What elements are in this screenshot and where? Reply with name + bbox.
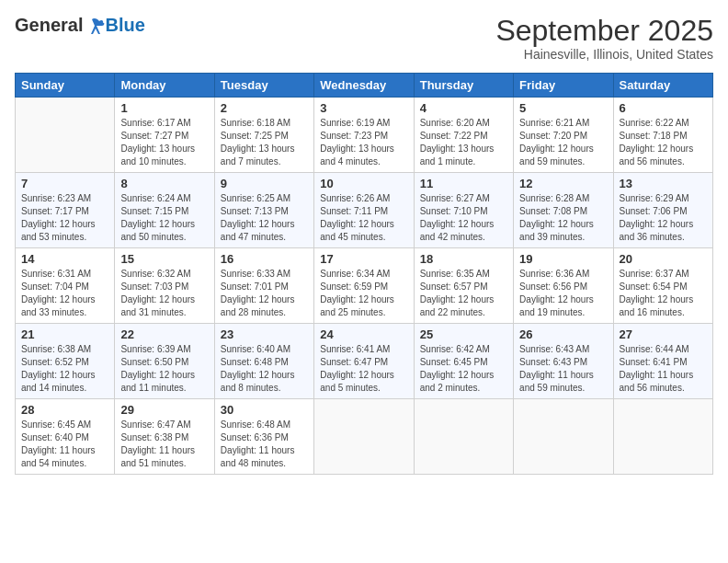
day-number: 15 [120, 252, 208, 266]
day-info: Sunrise: 6:35 AM Sunset: 6:57 PM Dayligh… [420, 268, 507, 319]
calendar-cell: 2Sunrise: 6:18 AM Sunset: 7:25 PM Daylig… [214, 98, 313, 173]
day-number: 11 [420, 177, 507, 190]
calendar-table: SundayMondayTuesdayWednesdayThursdayFrid… [15, 73, 713, 475]
day-number: 18 [420, 252, 507, 266]
day-info: Sunrise: 6:20 AM Sunset: 7:22 PM Dayligh… [420, 117, 507, 168]
day-number: 14 [21, 252, 108, 266]
day-number: 26 [519, 327, 607, 341]
day-number: 4 [420, 101, 507, 115]
day-info: Sunrise: 6:41 AM Sunset: 6:47 PM Dayligh… [320, 343, 407, 395]
day-number: 6 [620, 101, 707, 115]
day-number: 27 [620, 327, 707, 341]
weekday-header: Friday [514, 74, 613, 98]
weekday-header: Saturday [613, 74, 712, 98]
weekday-header: Monday [115, 74, 214, 98]
day-info: Sunrise: 6:17 AM Sunset: 7:27 PM Dayligh… [120, 117, 208, 168]
calendar-cell: 6Sunrise: 6:22 AM Sunset: 7:18 PM Daylig… [613, 98, 712, 173]
calendar-title: September 2025 [495, 15, 713, 47]
calendar-cell: 29Sunrise: 6:47 AM Sunset: 6:38 PM Dayli… [115, 399, 214, 475]
calendar-week-row: 14Sunrise: 6:31 AM Sunset: 7:04 PM Dayli… [16, 248, 713, 324]
calendar-cell: 3Sunrise: 6:19 AM Sunset: 7:23 PM Daylig… [314, 98, 414, 173]
logo: General Blue [15, 15, 145, 36]
weekday-header: Wednesday [314, 74, 414, 98]
day-number: 9 [221, 177, 308, 190]
calendar-cell: 4Sunrise: 6:20 AM Sunset: 7:22 PM Daylig… [414, 98, 513, 173]
page-header: General Blue September 2025 Hainesville,… [15, 15, 713, 62]
day-info: Sunrise: 6:40 AM Sunset: 6:48 PM Dayligh… [221, 343, 308, 395]
calendar-cell [613, 399, 712, 475]
day-info: Sunrise: 6:36 AM Sunset: 6:56 PM Dayligh… [519, 268, 607, 319]
calendar-week-row: 28Sunrise: 6:45 AM Sunset: 6:40 PM Dayli… [16, 399, 713, 475]
calendar-week-row: 21Sunrise: 6:38 AM Sunset: 6:52 PM Dayli… [16, 324, 713, 399]
calendar-cell: 24Sunrise: 6:41 AM Sunset: 6:47 PM Dayli… [314, 324, 414, 399]
day-number: 29 [120, 403, 208, 417]
calendar-cell: 18Sunrise: 6:35 AM Sunset: 6:57 PM Dayli… [414, 248, 513, 324]
day-number: 16 [221, 252, 308, 266]
day-info: Sunrise: 6:25 AM Sunset: 7:13 PM Dayligh… [221, 192, 308, 244]
calendar-body: 1Sunrise: 6:17 AM Sunset: 7:27 PM Daylig… [16, 98, 713, 475]
day-info: Sunrise: 6:28 AM Sunset: 7:08 PM Dayligh… [519, 192, 607, 244]
title-block: September 2025 Hainesville, Illinois, Un… [495, 15, 713, 62]
calendar-cell: 15Sunrise: 6:32 AM Sunset: 7:03 PM Dayli… [115, 248, 214, 324]
day-number: 19 [519, 252, 607, 266]
calendar-cell: 28Sunrise: 6:45 AM Sunset: 6:40 PM Dayli… [16, 399, 115, 475]
day-number: 5 [519, 101, 607, 115]
day-number: 10 [320, 177, 407, 190]
day-info: Sunrise: 6:29 AM Sunset: 7:06 PM Dayligh… [620, 192, 707, 244]
logo-bird-icon [85, 17, 105, 34]
day-info: Sunrise: 6:38 AM Sunset: 6:52 PM Dayligh… [21, 343, 108, 395]
day-number: 25 [420, 327, 507, 341]
calendar-cell: 8Sunrise: 6:24 AM Sunset: 7:15 PM Daylig… [115, 173, 214, 248]
day-info: Sunrise: 6:33 AM Sunset: 7:01 PM Dayligh… [221, 268, 308, 319]
day-info: Sunrise: 6:32 AM Sunset: 7:03 PM Dayligh… [120, 268, 208, 319]
day-info: Sunrise: 6:37 AM Sunset: 6:54 PM Dayligh… [620, 268, 707, 319]
day-number: 8 [120, 177, 208, 190]
day-info: Sunrise: 6:21 AM Sunset: 7:20 PM Dayligh… [519, 117, 607, 168]
calendar-week-row: 1Sunrise: 6:17 AM Sunset: 7:27 PM Daylig… [16, 98, 713, 173]
day-number: 21 [21, 327, 108, 341]
calendar-cell: 13Sunrise: 6:29 AM Sunset: 7:06 PM Dayli… [613, 173, 712, 248]
calendar-cell: 22Sunrise: 6:39 AM Sunset: 6:50 PM Dayli… [115, 324, 214, 399]
day-info: Sunrise: 6:43 AM Sunset: 6:43 PM Dayligh… [519, 343, 607, 395]
day-info: Sunrise: 6:23 AM Sunset: 7:17 PM Dayligh… [21, 192, 108, 244]
calendar-cell: 7Sunrise: 6:23 AM Sunset: 7:17 PM Daylig… [16, 173, 115, 248]
day-info: Sunrise: 6:18 AM Sunset: 7:25 PM Dayligh… [221, 117, 308, 168]
calendar-cell: 21Sunrise: 6:38 AM Sunset: 6:52 PM Dayli… [16, 324, 115, 399]
calendar-cell: 14Sunrise: 6:31 AM Sunset: 7:04 PM Dayli… [16, 248, 115, 324]
day-info: Sunrise: 6:24 AM Sunset: 7:15 PM Dayligh… [120, 192, 208, 244]
calendar-cell: 20Sunrise: 6:37 AM Sunset: 6:54 PM Dayli… [613, 248, 712, 324]
day-info: Sunrise: 6:44 AM Sunset: 6:41 PM Dayligh… [620, 343, 707, 395]
day-info: Sunrise: 6:47 AM Sunset: 6:38 PM Dayligh… [120, 419, 208, 470]
calendar-cell: 19Sunrise: 6:36 AM Sunset: 6:56 PM Dayli… [514, 248, 613, 324]
day-number: 30 [221, 403, 308, 417]
day-info: Sunrise: 6:34 AM Sunset: 6:59 PM Dayligh… [320, 268, 407, 319]
day-number: 23 [221, 327, 308, 341]
day-info: Sunrise: 6:19 AM Sunset: 7:23 PM Dayligh… [320, 117, 407, 168]
day-number: 7 [21, 177, 108, 190]
day-number: 22 [120, 327, 208, 341]
calendar-cell [514, 399, 613, 475]
day-number: 13 [620, 177, 707, 190]
calendar-cell: 17Sunrise: 6:34 AM Sunset: 6:59 PM Dayli… [314, 248, 414, 324]
weekday-header: Sunday [16, 74, 115, 98]
calendar-cell: 9Sunrise: 6:25 AM Sunset: 7:13 PM Daylig… [214, 173, 313, 248]
calendar-cell: 23Sunrise: 6:40 AM Sunset: 6:48 PM Dayli… [214, 324, 313, 399]
calendar-cell: 16Sunrise: 6:33 AM Sunset: 7:01 PM Dayli… [214, 248, 313, 324]
day-number: 17 [320, 252, 407, 266]
day-info: Sunrise: 6:45 AM Sunset: 6:40 PM Dayligh… [21, 419, 108, 470]
day-info: Sunrise: 6:42 AM Sunset: 6:45 PM Dayligh… [420, 343, 507, 395]
calendar-cell [314, 399, 414, 475]
calendar-cell [16, 98, 115, 173]
weekday-header: Thursday [414, 74, 513, 98]
day-info: Sunrise: 6:31 AM Sunset: 7:04 PM Dayligh… [21, 268, 108, 319]
calendar-cell: 12Sunrise: 6:28 AM Sunset: 7:08 PM Dayli… [514, 173, 613, 248]
day-info: Sunrise: 6:22 AM Sunset: 7:18 PM Dayligh… [620, 117, 707, 168]
day-number: 12 [519, 177, 607, 190]
calendar-week-row: 7Sunrise: 6:23 AM Sunset: 7:17 PM Daylig… [16, 173, 713, 248]
weekday-row: SundayMondayTuesdayWednesdayThursdayFrid… [16, 74, 713, 98]
day-info: Sunrise: 6:48 AM Sunset: 6:36 PM Dayligh… [221, 419, 308, 470]
day-info: Sunrise: 6:26 AM Sunset: 7:11 PM Dayligh… [320, 192, 407, 244]
calendar-cell: 27Sunrise: 6:44 AM Sunset: 6:41 PM Dayli… [613, 324, 712, 399]
day-number: 3 [320, 101, 407, 115]
day-number: 24 [320, 327, 407, 341]
